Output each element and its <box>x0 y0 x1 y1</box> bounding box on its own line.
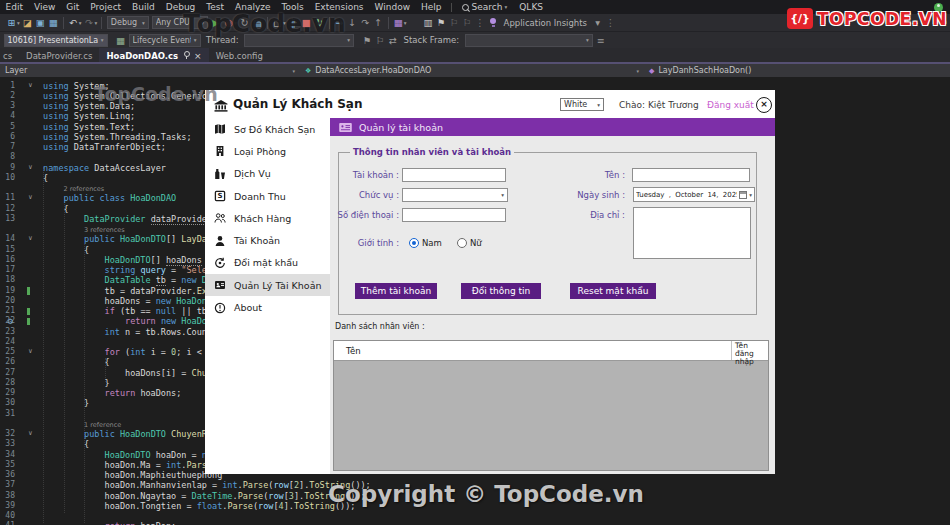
solution-configurations-combo[interactable]: Debug▾ <box>107 16 149 29</box>
gender-male-radio[interactable] <box>409 238 419 248</box>
chevron-down-icon: ▾ <box>404 20 407 26</box>
menu-edit[interactable]: Edit <box>0 2 28 12</box>
application-insights-icon[interactable] <box>490 18 497 27</box>
toolbar-overflow-icon[interactable]: ⋮ <box>604 15 617 30</box>
prev-bookmark-icon[interactable]: ⚐ <box>448 15 461 30</box>
save-all-icon[interactable]: ▦ <box>47 15 60 30</box>
sidebar-item-about[interactable]: About <box>205 296 330 318</box>
search-control[interactable]: Search ▾ <box>456 2 514 12</box>
reset-password-button[interactable]: Reset mật khẩu <box>570 283 656 299</box>
menu-project[interactable]: Project <box>85 2 127 12</box>
flag-threads-icon[interactable]: ⚑ <box>361 33 374 48</box>
step-out-icon[interactable]: ↑ <box>372 15 385 30</box>
dob-datepicker[interactable]: Tuesday , October 14, 2025 ▾ <box>633 187 755 202</box>
collapse-chevron-icon[interactable]: ∨ <box>28 193 33 201</box>
employee-list-label: Danh sách nhân viên : <box>335 322 425 331</box>
menu-build[interactable]: Build <box>127 2 161 12</box>
account-icon <box>214 235 226 247</box>
stack-frame-combo[interactable]: ▾ <box>465 34 593 47</box>
sidebar-item-loai-phong[interactable]: Loại Phòng <box>205 140 330 162</box>
step-over-icon[interactable]: ↷ <box>359 15 372 30</box>
breadcrumb-segment-1[interactable]: Layer▾ <box>0 64 300 77</box>
application-insights-caret-icon[interactable]: ▾ <box>591 15 604 30</box>
menu-window[interactable]: Window <box>369 2 416 12</box>
bookmark-icon[interactable]: ⚑ <box>435 15 448 30</box>
sidebar-item-tai-khoan[interactable]: Tài Khoản <box>205 229 330 251</box>
debugbar-overflow-icon[interactable]: ≡ <box>594 33 607 48</box>
process-combo[interactable]: 10616] PresentationLayer.exe▾ <box>4 34 108 47</box>
toggle-flagged-icon[interactable]: ⇄ <box>387 33 400 48</box>
sidebar-item-doanh-thu[interactable]: SDoanh Thu <box>205 185 330 207</box>
gender-male-label: Nam <box>422 238 442 248</box>
employee-table: Tên Tên đăng nhập <box>333 340 769 471</box>
collapse-chevron-icon[interactable]: ∨ <box>28 347 33 355</box>
save-icon[interactable]: ▣ <box>34 15 47 30</box>
screen: EditViewGitProjectBuildDebugTestAnalyzeT… <box>0 0 950 525</box>
chevron-down-icon: ▾ <box>79 20 82 26</box>
table-header: Tên Tên đăng nhập <box>334 341 768 361</box>
pin-icon[interactable] <box>184 51 190 57</box>
collapse-chevron-icon[interactable]: ∨ <box>28 234 33 242</box>
tab-hoadondao-cs[interactable]: HoaDonDAO.cs× <box>99 48 208 63</box>
quick-actions-icon[interactable]: ⚙ <box>7 317 14 326</box>
bookmark-overflow-icon[interactable]: ⋮ <box>474 15 487 30</box>
flag-outline-icon[interactable]: ⚐ <box>374 33 387 48</box>
app-title: Quản Lý Khách Sạn <box>233 97 362 111</box>
change-tracking-bar <box>27 287 30 295</box>
name-input[interactable] <box>632 168 750 182</box>
map-icon <box>214 123 226 135</box>
sidebar-item-quan-ly-tai-khoan[interactable]: Quản Lý Tài Khoản <box>205 274 330 296</box>
sidebar-item-label: Đổi mật khẩu <box>234 257 298 268</box>
chevron-down-icon: ▾ <box>630 68 639 74</box>
toolbar-separator <box>388 17 389 29</box>
logo-badge: {/} <box>787 8 813 29</box>
phone-input[interactable] <box>402 208 506 222</box>
sidebar-item-label: Tài Khoản <box>234 235 280 246</box>
column-divider <box>731 341 732 360</box>
menu-git[interactable]: Git <box>61 2 85 12</box>
logout-link[interactable]: Đăng xuất <box>707 100 754 110</box>
groupbox-title: Thông tin nhân viên và tài khoản <box>350 147 514 157</box>
column-header-ten-dang-nhap[interactable]: Tên đăng nhập <box>735 342 768 366</box>
dob-label: Ngày sinh : <box>553 190 625 200</box>
tab-web-config[interactable]: Web.config <box>209 48 270 63</box>
watermark-code-area: TopCode.vn <box>94 83 218 105</box>
sidebar-item-khach-hang[interactable]: Khách Hàng <box>205 207 330 229</box>
close-tab-icon[interactable]: × <box>194 51 202 61</box>
address-textarea[interactable] <box>633 207 751 259</box>
breadcrumb-segment-2[interactable]: ❖DataAccesLayer.HoaDonDAO▾ <box>300 64 644 77</box>
next-bookmark-icon[interactable]: ⚐ <box>461 15 474 30</box>
gender-female-radio[interactable] <box>457 238 467 248</box>
sidebar-item-so-do-khach-san[interactable]: Sơ Đồ Khách Sạn <box>205 118 330 140</box>
name-label: Tên : <box>553 170 625 180</box>
breadcrumb-segment-3[interactable]: ◆LayDanhSachHoaDon() <box>644 64 756 77</box>
application-insights-label: Application Insights <box>504 18 587 28</box>
sidebar-item-dich-vu[interactable]: Dịch Vụ <box>205 163 330 185</box>
sidebar-item-doi-mat-khau[interactable]: Đổi mật khẩu <box>205 252 330 274</box>
username-input[interactable] <box>402 168 506 182</box>
watermark-toolbar: TopCode.vn <box>183 9 346 38</box>
tab-dataprovider-cs[interactable]: DataProvider.cs <box>19 48 99 63</box>
menu-help[interactable]: Help <box>416 2 448 12</box>
tab-cs[interactable]: cs <box>0 48 19 63</box>
menu-view[interactable]: View <box>28 2 60 12</box>
search-label: Search <box>472 2 503 12</box>
column-header-ten[interactable]: Tên <box>346 346 361 356</box>
collapse-chevron-icon[interactable]: ∨ <box>28 163 33 171</box>
open-folder-icon[interactable]: ◪ <box>21 15 34 30</box>
password-icon <box>214 257 226 269</box>
role-select[interactable]: ▾ <box>402 188 508 202</box>
theme-select[interactable]: White ▾ <box>560 98 604 111</box>
close-icon[interactable]: × <box>756 97 772 113</box>
step-into-icon[interactable]: ↓ <box>346 15 359 30</box>
stack-frame-label: Stack Frame: <box>404 35 460 45</box>
lifecycle-events-icon[interactable]: ▦ <box>114 33 127 48</box>
collapse-chevron-icon[interactable]: ∨ <box>28 81 33 89</box>
output-icon[interactable]: ▥ <box>422 15 435 30</box>
update-info-button[interactable]: Đổi thông tin <box>461 283 541 299</box>
services-icon <box>214 168 226 180</box>
code-line: 40 <box>0 511 950 521</box>
collapse-chevron-icon[interactable]: ∨ <box>28 429 33 437</box>
add-account-button[interactable]: Thêm tài khoản <box>355 283 437 299</box>
role-label: Chức vụ : <box>325 190 399 200</box>
